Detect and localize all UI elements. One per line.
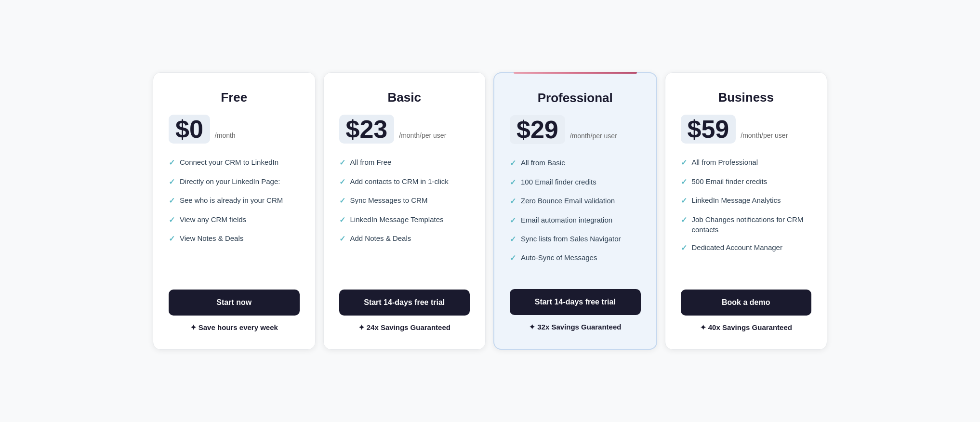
feature-text: View Notes & Deals bbox=[180, 233, 243, 243]
check-icon: ✓ bbox=[681, 177, 687, 187]
feature-text: See who is already in your CRM bbox=[180, 195, 283, 205]
feature-text: Add Notes & Deals bbox=[350, 233, 411, 243]
pricing-container: Free$0/month✓Connect your CRM to LinkedI… bbox=[153, 72, 827, 349]
cta-button-basic[interactable]: Start 14-days free trial bbox=[339, 290, 470, 316]
plan-card-business: Business$59/month/per user✓All from Prof… bbox=[665, 72, 828, 349]
feature-text: All from Professional bbox=[692, 157, 758, 167]
feature-text: Job Changes notifications for CRM contac… bbox=[692, 214, 812, 235]
feature-text: Auto-Sync of Messages bbox=[521, 252, 597, 263]
list-item: ✓Connect your CRM to LinkedIn bbox=[169, 157, 300, 168]
list-item: ✓100 Email finder credits bbox=[510, 177, 641, 188]
list-item: ✓Auto-Sync of Messages bbox=[510, 252, 641, 264]
list-item: ✓Sync Messages to CRM bbox=[339, 195, 470, 206]
check-icon: ✓ bbox=[169, 177, 175, 187]
list-item: ✓Zero Bounce Email validation bbox=[510, 196, 641, 207]
price-period-business: /month/per user bbox=[741, 132, 788, 139]
check-icon: ✓ bbox=[339, 234, 345, 244]
check-icon: ✓ bbox=[510, 196, 516, 207]
check-icon: ✓ bbox=[510, 158, 516, 169]
features-list-business: ✓All from Professional✓500 Email finder … bbox=[681, 157, 812, 272]
check-icon: ✓ bbox=[510, 234, 516, 245]
list-item: ✓500 Email finder credits bbox=[681, 176, 812, 187]
price-row-basic: $23/month/per user bbox=[339, 115, 470, 144]
feature-text: 100 Email finder credits bbox=[521, 177, 596, 187]
check-icon: ✓ bbox=[510, 253, 516, 264]
check-icon: ✓ bbox=[510, 177, 516, 188]
list-item: ✓Sync lists from Sales Navigator bbox=[510, 234, 641, 245]
list-item: ✓Job Changes notifications for CRM conta… bbox=[681, 214, 812, 235]
savings-text-business: ✦ 40x Savings Guaranteed bbox=[681, 323, 812, 332]
feature-text: Sync Messages to CRM bbox=[350, 195, 428, 205]
check-icon: ✓ bbox=[681, 158, 687, 168]
check-icon: ✓ bbox=[510, 215, 516, 226]
feature-text: LinkedIn Message Analytics bbox=[692, 195, 781, 205]
plan-name-business: Business bbox=[681, 90, 812, 105]
feature-text: Zero Bounce Email validation bbox=[521, 196, 615, 206]
cta-button-professional[interactable]: Start 14-days free trial bbox=[510, 289, 641, 315]
feature-text: All from Basic bbox=[521, 158, 565, 168]
features-list-basic: ✓All from Free✓Add contacts to CRM in 1-… bbox=[339, 157, 470, 272]
list-item: ✓View Notes & Deals bbox=[169, 233, 300, 244]
savings-text-professional: ✦ 32x Savings Guaranteed bbox=[510, 323, 641, 331]
check-icon: ✓ bbox=[681, 196, 687, 206]
check-icon: ✓ bbox=[169, 234, 175, 244]
price-period-free: /month bbox=[215, 132, 236, 139]
check-icon: ✓ bbox=[169, 158, 175, 168]
check-icon: ✓ bbox=[681, 215, 687, 225]
plan-card-basic: Basic$23/month/per user✓All from Free✓Ad… bbox=[323, 72, 486, 349]
feature-text: Directly on your LinkedIn Page: bbox=[180, 176, 280, 186]
plan-name-free: Free bbox=[169, 90, 300, 105]
list-item: ✓All from Professional bbox=[681, 157, 812, 168]
list-item: ✓All from Basic bbox=[510, 158, 641, 169]
price-row-professional: $29/month/per user bbox=[510, 115, 641, 144]
list-item: ✓Add Notes & Deals bbox=[339, 233, 470, 244]
check-icon: ✓ bbox=[339, 158, 345, 168]
list-item: ✓All from Free bbox=[339, 157, 470, 168]
price-period-professional: /month/per user bbox=[570, 132, 617, 140]
feature-text: Dedicated Account Manager bbox=[692, 242, 782, 252]
price-amount-basic: $23 bbox=[339, 115, 395, 144]
check-icon: ✓ bbox=[169, 215, 175, 225]
price-amount-professional: $29 bbox=[510, 115, 565, 144]
cta-button-free[interactable]: Start now bbox=[169, 290, 300, 316]
feature-text: Email automation integration bbox=[521, 215, 612, 225]
check-icon: ✓ bbox=[339, 196, 345, 206]
check-icon: ✓ bbox=[169, 196, 175, 206]
savings-text-basic: ✦ 24x Savings Guaranteed bbox=[339, 323, 470, 332]
price-period-basic: /month/per user bbox=[399, 132, 446, 139]
check-icon: ✓ bbox=[681, 243, 687, 253]
list-item: ✓View any CRM fields bbox=[169, 214, 300, 225]
features-list-free: ✓Connect your CRM to LinkedIn✓Directly o… bbox=[169, 157, 300, 272]
plan-name-basic: Basic bbox=[339, 90, 470, 105]
feature-text: 500 Email finder credits bbox=[692, 176, 768, 186]
plan-card-professional: Professional$29/month/per user✓All from … bbox=[493, 72, 657, 349]
list-item: ✓Dedicated Account Manager bbox=[681, 242, 812, 253]
feature-text: Connect your CRM to LinkedIn bbox=[180, 157, 278, 167]
feature-text: Sync lists from Sales Navigator bbox=[521, 234, 621, 244]
check-icon: ✓ bbox=[339, 177, 345, 187]
feature-text: View any CRM fields bbox=[180, 214, 246, 224]
list-item: ✓See who is already in your CRM bbox=[169, 195, 300, 206]
price-amount-free: $0 bbox=[169, 115, 210, 144]
feature-text: Add contacts to CRM in 1-click bbox=[350, 176, 449, 186]
price-row-business: $59/month/per user bbox=[681, 115, 812, 144]
feature-text: All from Free bbox=[350, 157, 392, 167]
list-item: ✓LinkedIn Message Templates bbox=[339, 214, 470, 225]
price-amount-business: $59 bbox=[681, 115, 736, 144]
list-item: ✓Directly on your LinkedIn Page: bbox=[169, 176, 300, 187]
features-list-professional: ✓All from Basic✓100 Email finder credits… bbox=[510, 158, 641, 271]
plan-name-professional: Professional bbox=[510, 91, 641, 106]
price-row-free: $0/month bbox=[169, 115, 300, 144]
savings-text-free: ✦ Save hours every week bbox=[169, 323, 300, 332]
plan-card-free: Free$0/month✓Connect your CRM to LinkedI… bbox=[153, 72, 316, 349]
list-item: ✓Email automation integration bbox=[510, 215, 641, 226]
list-item: ✓LinkedIn Message Analytics bbox=[681, 195, 812, 206]
check-icon: ✓ bbox=[339, 215, 345, 225]
feature-text: LinkedIn Message Templates bbox=[350, 214, 444, 224]
list-item: ✓Add contacts to CRM in 1-click bbox=[339, 176, 470, 187]
cta-button-business[interactable]: Book a demo bbox=[681, 290, 812, 316]
